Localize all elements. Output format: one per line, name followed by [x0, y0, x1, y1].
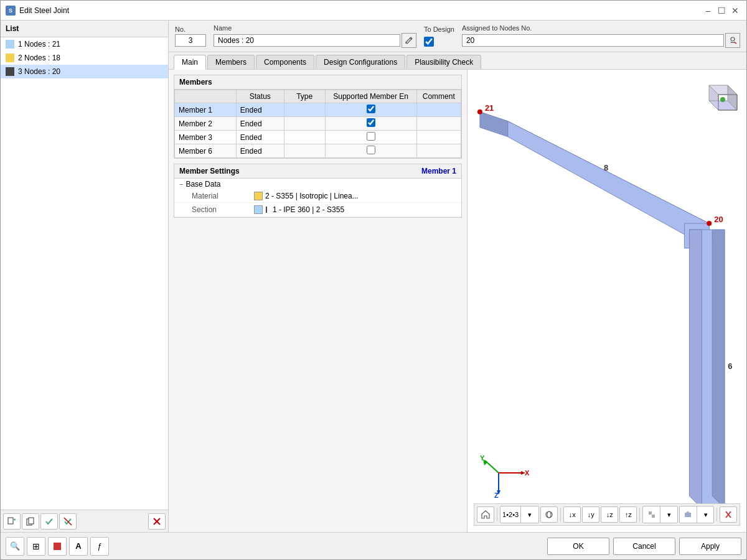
member-supported-3[interactable] [325, 131, 416, 144]
table-row[interactable]: Member 3 Ended [175, 131, 461, 144]
list-item-color-1 [6, 40, 14, 49]
col-type: Type [284, 90, 325, 103]
members-table: Status Type Supported Member En Comment … [174, 90, 461, 158]
view-tz-button[interactable]: ↑z [619, 506, 637, 523]
view-x-button[interactable]: ↓x [563, 506, 581, 523]
svg-point-22 [707, 221, 712, 226]
formula-tool-button[interactable]: ƒ [90, 537, 109, 556]
assigned-input-group [462, 33, 740, 48]
list-toolbar [1, 510, 168, 532]
search-tool-button[interactable]: 🔍 [6, 537, 24, 556]
svg-text:Z: Z [494, 492, 499, 498]
display-group: ▾ [642, 506, 677, 523]
text-tool-button[interactable]: A [69, 537, 88, 556]
display-mode-button[interactable] [643, 506, 660, 523]
base-data-tree-item[interactable]: − Base Data [174, 179, 461, 190]
ok-button[interactable]: OK [547, 538, 609, 555]
svg-marker-17 [689, 230, 702, 508]
tab-plausibility[interactable]: Plausibility Check [406, 55, 481, 69]
new-item-button[interactable] [3, 513, 21, 530]
right-panel: No. Name To Design [169, 21, 746, 532]
table-row[interactable]: Member 1 Ended [175, 103, 461, 117]
svg-text:8: 8 [604, 163, 608, 172]
settings-view-button[interactable] [720, 506, 737, 523]
apply-button[interactable]: Apply [679, 538, 741, 555]
view-mode-button[interactable] [540, 506, 558, 523]
display-dropdown-button[interactable]: ▾ [660, 506, 677, 523]
delete-item-button[interactable] [148, 513, 166, 530]
member-type-4 [284, 144, 325, 158]
minimize-button[interactable]: ‒ [702, 4, 714, 17]
list-item-selected[interactable]: 3 Nodes : 20 [1, 65, 168, 78]
col-supported: Supported Member En [325, 90, 416, 103]
color-tool-button[interactable] [48, 537, 67, 556]
collapse-icon[interactable]: − [179, 180, 183, 188]
separator [560, 508, 561, 521]
view-home-button[interactable] [477, 506, 494, 523]
view-cube[interactable] [697, 76, 740, 119]
axis-svg: Z Y X [480, 454, 530, 498]
content-area: Members Status Type Supported Member En … [169, 70, 746, 532]
3d-view[interactable]: 21 8 20 6 19 [467, 70, 746, 532]
table-row[interactable]: Member 6 Ended [175, 144, 461, 158]
material-label: Material [192, 192, 254, 200]
list-item[interactable]: 1 Nodes : 21 [1, 37, 168, 51]
name-input-group [214, 33, 416, 48]
tab-components[interactable]: Components [256, 55, 314, 69]
member-comment-1 [416, 103, 461, 117]
render-dropdown-button[interactable]: ▾ [697, 506, 714, 523]
material-row[interactable]: Material 2 - S355 | Isotropic | Linea... [174, 190, 461, 203]
member-type-1 [284, 103, 325, 117]
member-supported-1[interactable] [325, 103, 416, 117]
view-rotation-group: 1•2•3 ▾ [500, 506, 539, 523]
render-mode-button[interactable] [680, 506, 697, 523]
copy-item-button[interactable] [22, 513, 39, 530]
check-button[interactable] [40, 513, 58, 530]
tab-bar: Main Members Components Design Configura… [169, 52, 746, 70]
table-row[interactable]: Member 2 Ended [175, 117, 461, 131]
view-z-button[interactable]: ↓z [601, 506, 618, 523]
tab-main[interactable]: Main [174, 55, 206, 70]
name-edit-button[interactable] [402, 33, 416, 48]
view-y-button[interactable]: ↓y [582, 506, 599, 523]
section-row[interactable]: Section I 1 - IPE 360 | 2 - S355 [174, 203, 461, 217]
settings-header: Member Settings Member 1 [174, 164, 461, 179]
svg-point-10 [731, 37, 735, 41]
tab-members[interactable]: Members [207, 55, 255, 69]
svg-text:20: 20 [714, 215, 723, 224]
assigned-pick-button[interactable] [725, 33, 740, 48]
to-design-checkbox[interactable] [424, 37, 434, 47]
svg-marker-18 [712, 230, 725, 508]
section-text: 1 - IPE 360 | 2 - S355 [273, 205, 344, 214]
window-title: Edit Steel Joint [19, 6, 702, 15]
list-item-label-1: 1 Nodes : 21 [18, 40, 60, 49]
member-comment-3 [416, 131, 461, 144]
cancel-button[interactable]: Cancel [613, 538, 675, 555]
svg-point-46 [547, 511, 551, 518]
member-supported-4[interactable] [325, 144, 416, 158]
uncheck-button[interactable] [59, 513, 77, 530]
separator [497, 508, 497, 521]
col-status: Status [236, 90, 284, 103]
svg-marker-50 [686, 511, 690, 513]
form-content: Members Status Type Supported Member En … [169, 70, 467, 532]
assigned-input[interactable] [462, 34, 724, 47]
section-color-swatch [254, 205, 263, 214]
bottom-tools: 🔍 ⊞ A ƒ [6, 537, 547, 556]
member-supported-2[interactable] [325, 117, 416, 131]
svg-point-19 [477, 110, 482, 114]
no-input[interactable] [175, 34, 206, 47]
maximize-button[interactable]: ☐ [715, 4, 728, 17]
name-input[interactable] [214, 34, 400, 47]
material-value: 2 - S355 | Isotropic | Linea... [254, 192, 359, 200]
svg-text:X: X [525, 469, 530, 477]
view-dropdown-button[interactable]: ▾ [521, 506, 538, 523]
grid-tool-button[interactable]: ⊞ [27, 537, 45, 556]
left-panel: List 1 Nodes : 21 2 Nodes : 18 3 Nodes :… [1, 21, 169, 532]
cube-svg [697, 76, 740, 119]
close-button[interactable]: ✕ [729, 4, 741, 17]
tab-design-configurations[interactable]: Design Configurations [316, 55, 405, 69]
rotate-view-button[interactable]: 1•2•3 [500, 506, 521, 523]
material-text: 2 - S355 | Isotropic | Linea... [265, 192, 359, 200]
list-item[interactable]: 2 Nodes : 18 [1, 51, 168, 65]
